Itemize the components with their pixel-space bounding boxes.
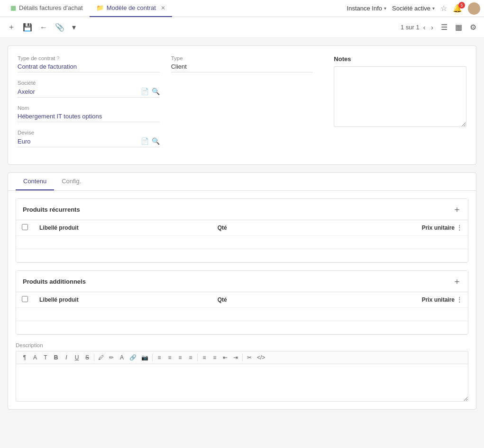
- description-label: Description: [16, 342, 468, 348]
- devise-doc-icon[interactable]: 📄: [141, 137, 149, 145]
- editor-align-center[interactable]: ≡: [165, 353, 174, 362]
- add-produit-additionnel-button[interactable]: ＋: [453, 276, 461, 287]
- col-prix-header-2: Prix unitaire ⋮: [285, 292, 468, 308]
- editor-bold[interactable]: B: [51, 353, 61, 362]
- editor-align-right[interactable]: ≡: [175, 353, 185, 362]
- type-contrat-help[interactable]: ?: [56, 55, 59, 61]
- tab-contract-label: Modèle de contrat: [107, 4, 156, 11]
- editor-paragraph[interactable]: ¶: [20, 353, 29, 362]
- tab-config[interactable]: Config.: [54, 173, 89, 190]
- editor-pencil[interactable]: ✏: [107, 353, 116, 362]
- attach-button[interactable]: 📎: [53, 21, 66, 34]
- tab-contenu[interactable]: Contenu: [16, 173, 54, 190]
- devise-icons: 📄 🔍: [141, 137, 160, 145]
- societe-value[interactable]: Axelor 📄 🔍: [18, 88, 160, 98]
- editor-strikethrough[interactable]: S: [82, 353, 92, 362]
- table-row-empty-2: [16, 249, 468, 262]
- type-contrat-label: Type de contrat ?: [18, 55, 160, 61]
- tab-purchase-label: Détails factures d'achat: [19, 4, 83, 11]
- editor-color[interactable]: A: [117, 353, 127, 362]
- select-all-additionnel[interactable]: [22, 296, 28, 302]
- editor-cut[interactable]: ✂: [245, 353, 254, 362]
- type-contrat-value[interactable]: Contrat de facturation: [18, 63, 160, 72]
- next-page-button[interactable]: ›: [429, 23, 435, 32]
- save-button[interactable]: 💾: [21, 21, 34, 34]
- devise-search-icon[interactable]: 🔍: [152, 137, 160, 145]
- form-col-1: Type de contrat ? Contrat de facturation…: [18, 55, 160, 155]
- col-prix-header-1: Prix unitaire ⋮: [285, 220, 468, 236]
- type-field: Type Client: [171, 55, 313, 72]
- tab-bar-left: ▦ Détails factures d'achat 📁 Modèle de c…: [4, 0, 172, 17]
- nom-label: Nom: [18, 105, 160, 111]
- editor-divider-1: [94, 354, 94, 361]
- settings-button[interactable]: ⚙: [468, 21, 478, 34]
- col-prix-actions-1[interactable]: ⋮: [457, 224, 462, 231]
- nom-value[interactable]: Hébergement IT toutes options: [18, 113, 160, 122]
- editor-unordered-list[interactable]: ≡: [210, 353, 219, 362]
- societe-doc-icon[interactable]: 📄: [141, 88, 149, 95]
- notes-label: Notes: [334, 55, 466, 63]
- editor-image[interactable]: 📷: [139, 353, 150, 362]
- societe-label: Société: [18, 80, 160, 86]
- editor-font-t[interactable]: T: [41, 353, 50, 362]
- editor-italic[interactable]: I: [62, 353, 71, 362]
- societe-active-chevron: ▾: [432, 6, 435, 11]
- devise-field: Devise Euro 📄 🔍: [18, 130, 160, 147]
- devise-value[interactable]: Euro 📄 🔍: [18, 137, 160, 147]
- description-editor[interactable]: [16, 364, 468, 402]
- form-col-notes: Notes: [324, 55, 466, 155]
- editor-align-justify[interactable]: ≡: [186, 353, 195, 362]
- instance-info-button[interactable]: Instance Info ▾: [347, 5, 386, 12]
- editor-indent[interactable]: ⇥: [231, 353, 240, 362]
- editor-underline[interactable]: U: [72, 353, 82, 362]
- tab-purchase[interactable]: ▦ Détails factures d'achat: [4, 0, 90, 17]
- purchase-icon: ▦: [10, 4, 16, 11]
- societe-search-icon[interactable]: 🔍: [152, 88, 160, 95]
- main-content: Type de contrat ? Contrat de facturation…: [0, 38, 484, 448]
- toolbar-left: ＋ 💾 ← 📎 ▾: [6, 20, 78, 34]
- add-produit-recurrent-button[interactable]: ＋: [453, 204, 461, 215]
- instance-info-chevron: ▾: [384, 6, 386, 11]
- produits-recurrents-header: Produits récurrents ＋: [16, 199, 468, 220]
- type-value[interactable]: Client: [171, 63, 313, 72]
- editor-link[interactable]: 🔗: [128, 353, 138, 362]
- col-check-header: [16, 220, 34, 236]
- pagination-text: 1 sur 1: [401, 24, 420, 31]
- produits-additionnels-header: Produits additionnels ＋: [16, 271, 468, 292]
- type-contrat-field: Type de contrat ? Contrat de facturation: [18, 55, 160, 72]
- editor-divider-3: [197, 354, 198, 361]
- editor-font-a[interactable]: A: [30, 353, 40, 362]
- editor-brush[interactable]: 🖊: [96, 353, 106, 362]
- tab-contract[interactable]: 📁 Modèle de contrat ✕: [90, 0, 172, 17]
- new-button[interactable]: ＋: [6, 20, 17, 34]
- editor-align-left[interactable]: ≡: [155, 353, 164, 362]
- avatar[interactable]: [468, 2, 480, 15]
- prev-page-button[interactable]: ‹: [421, 23, 428, 32]
- societe-field: Société Axelor 📄 🔍: [18, 80, 160, 98]
- back-button[interactable]: ←: [38, 21, 49, 34]
- editor-toolbar: ¶ A T B I U S 🖊 ✏ A 🔗 📷 ≡ ≡ ≡: [16, 351, 468, 364]
- select-all-recurrent[interactable]: [22, 224, 28, 230]
- contract-icon: 📁: [96, 4, 104, 11]
- editor-ordered-list[interactable]: ≡: [200, 353, 209, 362]
- list-view-button[interactable]: ☰: [439, 21, 449, 34]
- instance-info-label: Instance Info: [347, 5, 382, 12]
- tab-bar-right: Instance Info ▾ Société active ▾ ☆ 🔔 5: [347, 2, 480, 15]
- produits-recurrents-title: Produits récurrents: [23, 206, 80, 213]
- more-button[interactable]: ▾: [70, 21, 78, 34]
- favorite-icon[interactable]: ☆: [440, 4, 447, 13]
- societe-active-button[interactable]: Société active ▾: [392, 5, 435, 12]
- description-section: Description ¶ A T B I U S 🖊 ✏ A 🔗 📷: [16, 342, 468, 402]
- tab-close-icon[interactable]: ✕: [161, 5, 165, 11]
- editor-code[interactable]: </>: [255, 353, 267, 362]
- notes-textarea[interactable]: [334, 66, 466, 127]
- tab-bar: ▦ Détails factures d'achat 📁 Modèle de c…: [0, 0, 484, 17]
- editor-outdent[interactable]: ⇤: [220, 353, 230, 362]
- notification-icon[interactable]: 🔔 5: [453, 4, 462, 13]
- toolbar-right: 1 sur 1 ‹ › ☰ ▦ ⚙: [401, 21, 478, 34]
- produits-recurrents-section: Produits récurrents ＋ Libellé produit: [16, 198, 468, 263]
- card-view-button[interactable]: ▦: [453, 21, 464, 34]
- col-prix-actions-2[interactable]: ⋮: [457, 296, 462, 303]
- editor-divider-4: [242, 354, 243, 361]
- devise-label: Devise: [18, 130, 160, 135]
